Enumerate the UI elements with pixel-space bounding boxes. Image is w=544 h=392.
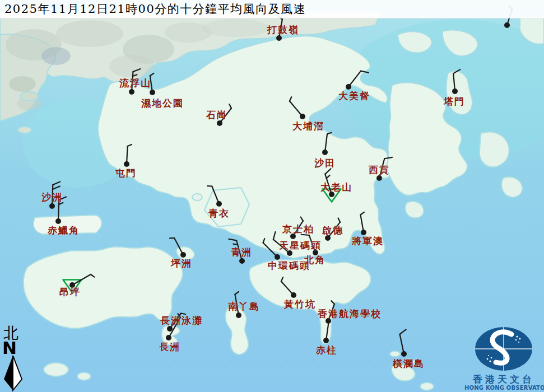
wind-barb-full (59, 197, 66, 200)
wind-barb-staff (273, 240, 290, 253)
title-bar: 2025年11月12日21時00分的十分鐘平均風向及風速 (0, 0, 544, 18)
wind-barb-staff (263, 243, 277, 257)
wind-barb-full (53, 182, 60, 185)
station-tai-mei-tuk[interactable] (346, 71, 369, 90)
wind-barb-staff (379, 158, 384, 178)
station-kai-tak[interactable] (325, 218, 340, 241)
station-wetland-park[interactable] (150, 73, 155, 95)
station-dot[interactable] (300, 114, 305, 119)
station-dot[interactable] (376, 175, 382, 181)
wind-barb-full (53, 186, 60, 189)
station-green-island[interactable] (229, 239, 245, 264)
station-sha-tin[interactable] (322, 133, 332, 155)
station-dot[interactable] (287, 250, 292, 256)
wind-barb-half (338, 218, 341, 222)
wind-barb-full (325, 169, 331, 174)
station-dot[interactable] (291, 292, 296, 298)
station-dot[interactable] (150, 90, 155, 95)
hko-logo: 香港天文台 HONG KONG OBSERVATORY (464, 326, 543, 391)
station-dot[interactable] (124, 161, 129, 167)
station-tuen-mun[interactable] (124, 144, 132, 167)
station-lau-fau-shan[interactable] (129, 69, 141, 95)
station-stanley[interactable] (323, 323, 329, 343)
wind-barb-half (290, 97, 291, 101)
station-sai-kung[interactable] (376, 157, 392, 181)
wind-barb-half (360, 212, 364, 215)
station-north-point[interactable] (301, 235, 318, 255)
station-waglan-island[interactable] (400, 329, 407, 357)
wind-barb-staff (52, 185, 53, 206)
wind-barb-half (235, 292, 239, 295)
station-tseung-kwan-o[interactable] (360, 212, 366, 235)
station-dot[interactable] (361, 230, 366, 235)
station-sea-school[interactable] (326, 301, 334, 324)
wind-barb-staff (328, 222, 340, 238)
station-dot[interactable] (313, 250, 318, 255)
station-lamma-island[interactable] (235, 292, 241, 318)
station-dot[interactable] (236, 312, 241, 318)
wind-barb-staff (220, 108, 231, 123)
station-ta-kwu-ling[interactable] (276, 17, 282, 41)
wind-barb-staff (236, 240, 242, 261)
station-dot[interactable] (239, 258, 245, 264)
station-tates-cairn[interactable] (323, 169, 341, 202)
wind-barb-staff (290, 101, 303, 116)
station-chek-lap-kok[interactable] (55, 197, 66, 224)
wind-barb-half (150, 73, 154, 76)
station-tsing-yi[interactable] (207, 186, 222, 207)
station-shek-kong[interactable] (217, 104, 231, 126)
wind-barb-half (327, 175, 330, 178)
hko-name-en: HONG KONG OBSERVATORY (464, 385, 543, 391)
stations-layer (0, 0, 544, 392)
wind-barb-full (453, 69, 460, 73)
station-wong-chuk-hang[interactable] (281, 277, 296, 298)
wind-barb-half (128, 144, 132, 146)
wind-barb-half (229, 104, 231, 108)
map-title: 2025年11月12日21時00分的十分鐘平均風向及風速 (4, 1, 306, 17)
station-central-pier[interactable] (263, 239, 280, 260)
hko-name-zh: 香港天文台 (464, 374, 543, 385)
wind-barb-half (91, 274, 95, 277)
wind-barb-staff (400, 334, 404, 354)
station-cheung-chau-beach[interactable] (167, 313, 185, 332)
station-kings-park[interactable] (290, 217, 303, 239)
station-dot[interactable] (180, 252, 186, 258)
station-ngong-ping[interactable] (63, 274, 95, 293)
wind-barb-staff (348, 71, 361, 87)
station-star-ferry[interactable] (273, 232, 292, 256)
wind-barb-full (273, 232, 276, 240)
station-dot[interactable] (346, 84, 351, 90)
hko-logo-icon (474, 326, 533, 371)
station-dot[interactable] (329, 192, 334, 197)
station-dot[interactable] (275, 254, 280, 260)
wind-barb-full (133, 69, 141, 72)
station-dot[interactable] (322, 150, 328, 155)
wind-barb-half (233, 244, 238, 245)
station-dot[interactable] (167, 326, 173, 332)
station-dot[interactable] (504, 22, 510, 28)
station-peng-chau[interactable] (170, 238, 186, 258)
station-dot[interactable] (290, 234, 296, 239)
station-dot[interactable] (323, 338, 329, 343)
wind-barb-half (263, 239, 265, 243)
station-dot[interactable] (325, 235, 331, 241)
wind-map-page: 打鼓嶺流浮山濕地公園石崗大美督塔門大埔滘沙田屯門西貢大老山沙洲赤鱲角青衣京士柏啟… (0, 0, 544, 392)
station-dot[interactable] (276, 35, 282, 41)
station-dot[interactable] (217, 120, 222, 126)
wind-barb-full (400, 329, 406, 334)
station-dot[interactable] (69, 282, 75, 288)
north-arrow-icon (2, 355, 25, 392)
wind-barb-half (331, 301, 334, 304)
station-dot[interactable] (55, 218, 61, 224)
station-dot[interactable] (166, 335, 171, 340)
station-dot[interactable] (216, 201, 222, 207)
station-dot[interactable] (452, 88, 458, 94)
wind-barb-full (229, 239, 236, 240)
station-tai-po-kau[interactable] (290, 97, 305, 119)
station-dot[interactable] (129, 89, 134, 95)
station-dot[interactable] (401, 351, 407, 357)
wind-barb-full (384, 157, 392, 158)
station-tap-mun[interactable] (452, 69, 460, 94)
station-dot[interactable] (49, 203, 55, 209)
wind-barb-staff (235, 295, 239, 315)
